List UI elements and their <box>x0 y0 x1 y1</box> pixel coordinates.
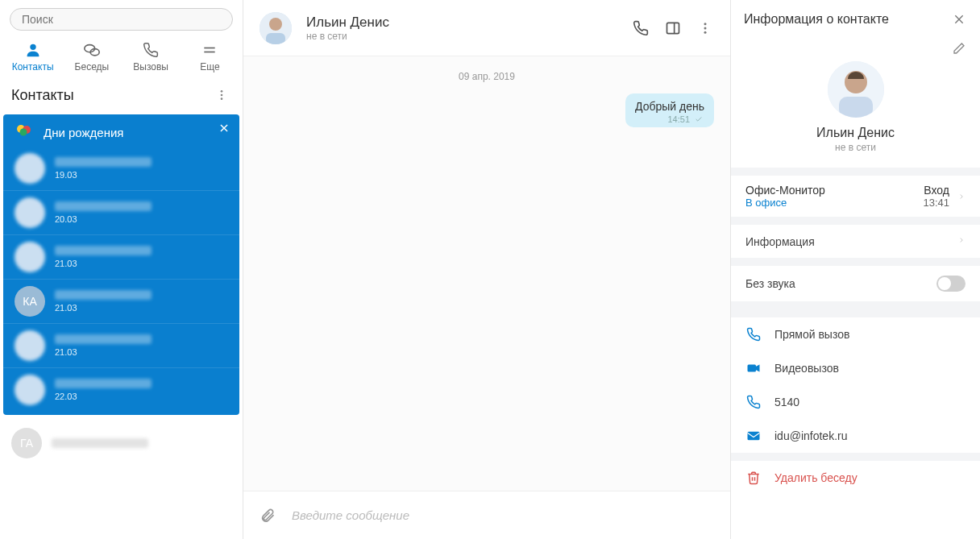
info-close-button[interactable] <box>951 11 967 27</box>
svg-point-6 <box>221 94 223 97</box>
extension-action[interactable]: 5140 <box>731 385 980 419</box>
profile-name: Ильин Денис <box>731 126 980 140</box>
information-label: Информация <box>745 235 815 248</box>
avatar: ГА <box>11 428 42 458</box>
chat-header: Ильин Денис не в сети <box>243 0 730 56</box>
contact-info-panel: Информация о контакте Ильин Денис не в с… <box>730 0 980 539</box>
birthday-close-button[interactable] <box>217 121 231 135</box>
edit-row <box>731 39 980 56</box>
birthday-item[interactable]: КА 21.03 <box>3 279 239 323</box>
birthday-date: 21.03 <box>55 347 152 357</box>
chat-contact-status: не в сети <box>306 31 389 42</box>
svg-rect-26 <box>748 365 757 372</box>
birthday-item[interactable]: 22.03 <box>3 367 239 412</box>
chat-input-bar <box>243 491 730 539</box>
birthday-date: 20.03 <box>55 214 152 224</box>
email-icon <box>745 429 762 443</box>
info-header: Информация о контакте <box>731 0 980 39</box>
mute-toggle[interactable] <box>936 276 965 292</box>
search-input[interactable] <box>10 8 233 31</box>
video-call-label: Видеовызов <box>774 362 839 375</box>
call-button[interactable] <box>632 19 650 37</box>
office-monitor-row[interactable]: Офис-Монитор В офисе Вход 13:41 <box>731 176 980 225</box>
section-title: Контакты <box>11 87 74 104</box>
actions-group: Прямой вызов Видеовызов 5140 idu@infotek… <box>731 309 980 461</box>
svg-point-19 <box>704 27 707 29</box>
chevron-right-icon <box>957 234 965 246</box>
birthday-item[interactable]: 21.03 <box>3 323 239 367</box>
tab-contacts[interactable]: Контакты <box>3 40 62 73</box>
svg-point-18 <box>704 23 707 25</box>
chat-avatar[interactable] <box>260 12 292 44</box>
delete-chat-label: Удалить беседу <box>774 471 858 484</box>
tab-contacts-label: Контакты <box>12 61 54 73</box>
delete-chat-action[interactable]: Удалить беседу <box>731 461 980 495</box>
email-action[interactable]: idu@infotek.ru <box>731 419 980 453</box>
date-divider: 09 апр. 2019 <box>260 71 714 82</box>
svg-rect-28 <box>748 432 760 441</box>
birthday-date: 19.03 <box>55 170 152 180</box>
tabs-row: Контакты Беседы Вызовы Еще <box>0 35 243 81</box>
birthday-date: 22.03 <box>55 392 152 401</box>
chats-icon <box>62 40 121 60</box>
birthday-date: 21.03 <box>55 259 152 268</box>
outgoing-message[interactable]: Добрый день 14:51 <box>625 93 714 127</box>
mute-row: Без звука <box>731 266 980 309</box>
tab-calls[interactable]: Вызовы <box>122 40 181 73</box>
chat-more-button[interactable] <box>696 19 714 37</box>
tab-chats[interactable]: Беседы <box>62 40 121 73</box>
tab-calls-label: Вызовы <box>133 61 168 73</box>
section-more-button[interactable] <box>212 85 231 105</box>
left-sidebar: Контакты Беседы Вызовы Еще Контакты <box>0 0 243 539</box>
svg-point-0 <box>30 44 35 50</box>
search-wrap <box>0 0 243 35</box>
svg-point-10 <box>20 129 27 136</box>
login-label: Вход <box>923 184 949 197</box>
avatar <box>15 242 45 272</box>
birthday-item[interactable]: 20.03 <box>3 190 239 234</box>
login-time: 13:41 <box>923 197 949 209</box>
profile-block: Ильин Денис не в сети <box>731 56 980 176</box>
more-icon <box>181 40 239 60</box>
message-time-row: 14:51 <box>635 114 704 124</box>
birthday-item[interactable]: 19.03 <box>3 147 239 190</box>
trash-icon <box>745 471 762 485</box>
birthday-header: Дни рождения <box>3 114 239 147</box>
birthday-card: Дни рождения 19.03 20.03 21.03 <box>3 114 239 415</box>
direct-call-action[interactable]: Прямой вызов <box>731 317 980 351</box>
info-panel-title: Информация о контакте <box>744 12 889 27</box>
tab-more-label: Еще <box>200 61 219 73</box>
avatar <box>15 197 45 228</box>
extension-label: 5140 <box>774 396 799 408</box>
contact-item[interactable]: ГА <box>0 420 243 466</box>
calls-icon <box>122 40 181 60</box>
contacts-icon <box>3 40 62 60</box>
video-call-action[interactable]: Видеовызов <box>731 351 980 385</box>
svg-point-7 <box>221 97 223 100</box>
attach-button[interactable] <box>260 508 276 524</box>
avatar <box>15 330 45 361</box>
chat-pane: Ильин Денис не в сети 09 апр. 2019 Добры… <box>243 0 730 539</box>
information-row[interactable]: Информация <box>731 225 980 266</box>
blurred-name <box>55 334 152 344</box>
svg-point-14 <box>269 18 282 31</box>
tab-chats-label: Беседы <box>75 61 110 73</box>
blurred-name <box>52 438 148 448</box>
phone-icon <box>745 395 762 409</box>
chat-contact-name: Ильин Денис <box>306 15 389 31</box>
office-status: В офисе <box>745 197 825 209</box>
message-text: Добрый день <box>635 100 704 113</box>
video-icon <box>745 361 762 375</box>
profile-status: не в сети <box>731 142 980 153</box>
blurred-name <box>55 379 152 388</box>
sidebar-toggle-button[interactable] <box>664 19 682 37</box>
tab-more[interactable]: Еще <box>181 40 239 73</box>
phone-icon <box>745 327 762 342</box>
profile-avatar[interactable] <box>828 61 884 118</box>
blurred-name <box>55 290 152 300</box>
message-time: 14:51 <box>667 114 690 124</box>
message-input[interactable] <box>292 508 714 522</box>
birthday-title: Дни рождения <box>44 126 123 139</box>
birthday-item[interactable]: 21.03 <box>3 234 239 279</box>
edit-button[interactable] <box>953 42 967 56</box>
